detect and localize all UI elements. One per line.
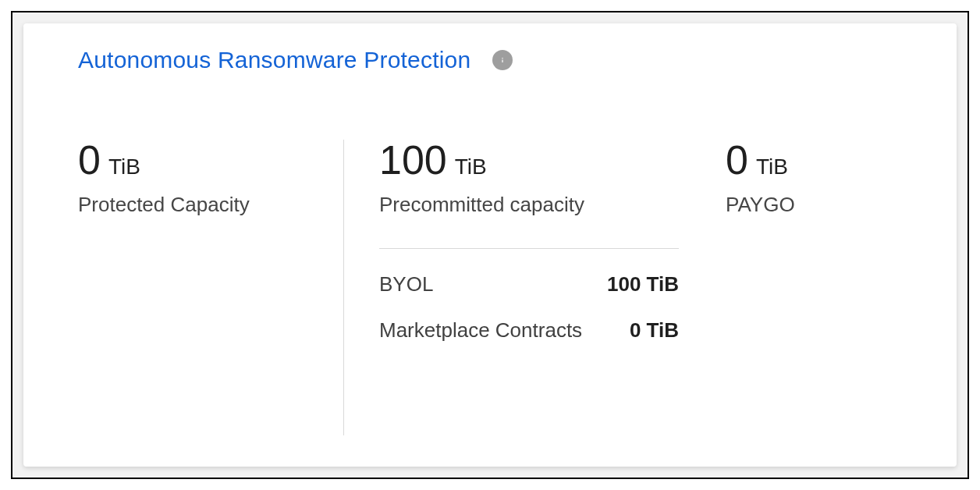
byol-value: 100 TiB <box>607 272 679 296</box>
marketplace-label: Marketplace Contracts <box>379 318 582 343</box>
paygo-label: PAYGO <box>726 193 902 217</box>
card-title-link[interactable]: Autonomous Ransomware Protection <box>78 47 470 73</box>
info-icon[interactable] <box>492 50 513 70</box>
metric-value-row: 0 TiB <box>78 140 312 180</box>
byol-label: BYOL <box>379 272 433 296</box>
metric-paygo: 0 TiB PAYGO <box>710 140 902 435</box>
page-frame: Autonomous Ransomware Protection 0 TiB P… <box>11 11 969 479</box>
marketplace-value: 0 TiB <box>630 318 679 343</box>
metric-value-row: 0 TiB <box>726 140 902 180</box>
protected-unit: TiB <box>108 154 140 179</box>
breakdown-divider <box>379 248 679 249</box>
precommitted-unit: TiB <box>455 154 487 179</box>
metric-precommitted-capacity: 100 TiB Precommitted capacity BYOL 100 T… <box>343 140 710 435</box>
ransomware-protection-card: Autonomous Ransomware Protection 0 TiB P… <box>23 23 957 467</box>
paygo-value: 0 <box>726 140 748 180</box>
paygo-unit: TiB <box>756 154 788 179</box>
card-body: 0 TiB Protected Capacity 100 TiB Precomm… <box>23 94 957 467</box>
precommitted-label: Precommitted capacity <box>379 193 679 217</box>
precommitted-value: 100 <box>379 140 447 180</box>
protected-label: Protected Capacity <box>78 193 312 217</box>
breakdown-row-marketplace: Marketplace Contracts 0 TiB <box>379 318 679 343</box>
metric-protected-capacity: 0 TiB Protected Capacity <box>78 140 343 435</box>
card-header: Autonomous Ransomware Protection <box>23 23 957 94</box>
breakdown-row-byol: BYOL 100 TiB <box>379 272 679 296</box>
protected-value: 0 <box>78 140 101 180</box>
metric-value-row: 100 TiB <box>379 140 679 180</box>
